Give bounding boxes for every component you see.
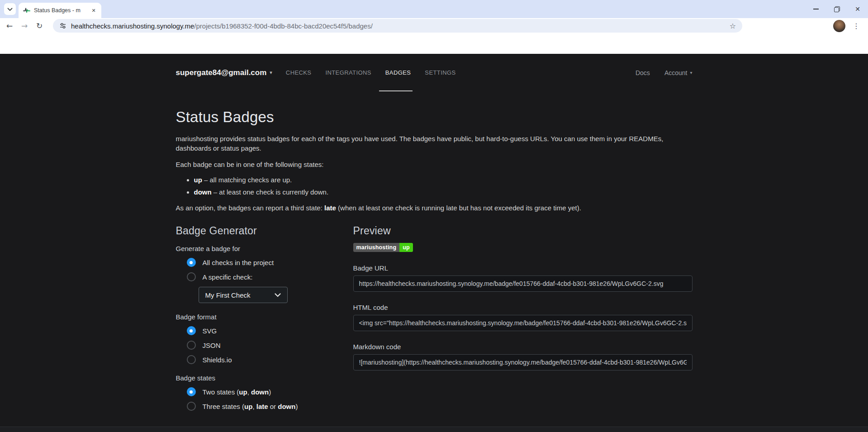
radio-format-shields[interactable]: Shields.io bbox=[187, 355, 353, 364]
radio-format-svg-label: SVG bbox=[203, 327, 217, 335]
radio-unselected-icon bbox=[187, 402, 196, 411]
two-sep: , bbox=[247, 388, 251, 396]
radio-selected-icon bbox=[187, 258, 196, 267]
state-text-down: – at least one check is currently down. bbox=[212, 188, 328, 196]
two-pre: Two states ( bbox=[203, 388, 239, 396]
radio-unselected-icon bbox=[187, 272, 196, 281]
three-pre: Three states ( bbox=[203, 403, 245, 410]
state-term-up: up bbox=[194, 176, 202, 184]
window-close-button[interactable]: ✕ bbox=[847, 0, 868, 18]
states-label: Badge states bbox=[176, 374, 353, 382]
badge-url-input[interactable] bbox=[353, 275, 693, 292]
three-post: ) bbox=[295, 403, 298, 410]
profile-avatar[interactable] bbox=[833, 20, 845, 32]
three-sep1: , bbox=[252, 403, 256, 410]
browser-menu-icon[interactable]: ⋮ bbox=[853, 22, 860, 30]
state-text-up: – all matching checks are up. bbox=[202, 176, 292, 184]
nav-link-badges[interactable]: BADGES bbox=[385, 54, 411, 91]
browser-tab-strip: Status Badges - m ✕ ✕ bbox=[0, 0, 868, 18]
main-content: Status Badges mariushosting provides sta… bbox=[176, 109, 693, 416]
radio-unselected-icon bbox=[187, 341, 196, 350]
browser-toolbar: ← → ↻ healthchecks.mariushosting.synolog… bbox=[0, 18, 868, 33]
badge-url-label: Badge URL bbox=[353, 264, 693, 272]
minimize-icon bbox=[813, 9, 819, 9]
radio-three-states[interactable]: Three states (up, late or down) bbox=[187, 402, 353, 411]
html-code-label: HTML code bbox=[353, 304, 693, 311]
html-code-input[interactable] bbox=[353, 315, 693, 331]
chevron-down-icon bbox=[275, 293, 281, 297]
status-badge: mariushosting up bbox=[353, 243, 413, 252]
markdown-code-label: Markdown code bbox=[353, 343, 693, 351]
window-controls: ✕ bbox=[806, 0, 868, 18]
format-label: Badge format bbox=[176, 313, 353, 321]
note-term-late: late bbox=[324, 204, 336, 212]
page-footer bbox=[0, 427, 868, 432]
restore-icon bbox=[834, 6, 840, 12]
three-down: down bbox=[278, 403, 295, 410]
site-navbar: supergate84@gmail.com ▾ CHECKS INTEGRATI… bbox=[176, 54, 693, 91]
url-host: healthchecks.mariushosting.synology.me bbox=[71, 22, 194, 30]
radio-format-json[interactable]: JSON bbox=[187, 341, 353, 350]
intro-description: mariushosting provides status badges for… bbox=[176, 134, 693, 153]
radio-selected-icon bbox=[187, 387, 196, 396]
browser-tab[interactable]: Status Badges - m ✕ bbox=[19, 3, 101, 18]
radio-all-checks-label: All checks in the project bbox=[203, 259, 274, 266]
markdown-code-input[interactable] bbox=[353, 354, 693, 370]
generator-heading: Badge Generator bbox=[176, 225, 353, 237]
radio-two-states[interactable]: Two states (up, down) bbox=[187, 387, 353, 396]
site-info-icon[interactable] bbox=[59, 22, 66, 29]
account-label: Account bbox=[664, 69, 688, 76]
account-menu-brand[interactable]: supergate84@gmail.com ▾ bbox=[176, 68, 272, 77]
url-path: /projects/b1968352-f00d-4bdb-84bc-bacd20… bbox=[194, 22, 372, 30]
check-select[interactable]: My First Check bbox=[199, 287, 288, 303]
state-term-down: down bbox=[194, 188, 212, 196]
nav-link-account[interactable]: Account ▾ bbox=[664, 69, 693, 76]
generator-preview-columns: Badge Generator Generate a badge for All… bbox=[176, 225, 693, 416]
toolbar-right: ⋮ bbox=[833, 20, 864, 32]
target-label: Generate a badge for bbox=[176, 245, 353, 252]
three-up: up bbox=[244, 403, 252, 410]
two-down: down bbox=[251, 388, 269, 396]
address-bar[interactable]: healthchecks.mariushosting.synology.me/p… bbox=[53, 19, 742, 33]
nav-link-docs[interactable]: Docs bbox=[636, 69, 650, 76]
preview-heading: Preview bbox=[353, 225, 693, 237]
tab-search-button[interactable] bbox=[4, 3, 16, 15]
radio-selected-icon bbox=[187, 326, 196, 335]
two-post: ) bbox=[269, 388, 271, 396]
radio-two-states-label: Two states (up, down) bbox=[203, 388, 271, 396]
back-button[interactable]: ← bbox=[3, 19, 16, 33]
nav-link-integrations[interactable]: INTEGRATIONS bbox=[325, 54, 371, 91]
radio-all-checks[interactable]: All checks in the project bbox=[187, 258, 353, 267]
bookmark-star-icon[interactable]: ☆ bbox=[730, 22, 736, 30]
window-restore-button[interactable] bbox=[826, 0, 847, 18]
tab-title: Status Badges - m bbox=[34, 7, 86, 14]
caret-down-icon: ▾ bbox=[690, 70, 692, 75]
radio-specific-check-label: A specific check: bbox=[203, 273, 253, 281]
radio-unselected-icon bbox=[187, 355, 196, 364]
chevron-down-icon bbox=[7, 6, 13, 13]
radio-three-states-label: Three states (up, late or down) bbox=[203, 403, 298, 410]
page-title: Status Badges bbox=[176, 109, 693, 126]
badge-label: mariushosting bbox=[353, 243, 400, 252]
nav-link-checks[interactable]: CHECKS bbox=[286, 54, 312, 91]
radio-specific-check[interactable]: A specific check: bbox=[187, 272, 353, 281]
state-item-down: down – at least one check is currently d… bbox=[194, 187, 693, 197]
note-pre: As an option, the badges can report a th… bbox=[176, 204, 325, 212]
check-select-value: My First Check bbox=[205, 291, 251, 299]
caret-down-icon: ▾ bbox=[270, 70, 272, 76]
forward-button[interactable]: → bbox=[18, 19, 31, 33]
url-text: healthchecks.mariushosting.synology.me/p… bbox=[71, 22, 725, 30]
tab-close-icon[interactable]: ✕ bbox=[90, 6, 98, 14]
radio-format-svg[interactable]: SVG bbox=[187, 326, 353, 335]
states-line: Each badge can be in one of the followin… bbox=[176, 160, 693, 169]
nav-link-settings[interactable]: SETTINGS bbox=[425, 54, 455, 91]
note-post: (when at least one check is running late… bbox=[336, 204, 581, 212]
reload-button[interactable]: ↻ bbox=[33, 19, 46, 33]
three-sep2: or bbox=[268, 403, 278, 410]
badge-generator-section: Badge Generator Generate a badge for All… bbox=[176, 225, 353, 416]
late-state-note: As an option, the badges can report a th… bbox=[176, 203, 693, 213]
preview-section: Preview mariushosting up Badge URL HTML … bbox=[353, 225, 693, 416]
brand-email: supergate84@gmail.com bbox=[176, 68, 267, 77]
window-minimize-button[interactable] bbox=[806, 0, 826, 18]
radio-format-json-label: JSON bbox=[203, 342, 221, 349]
